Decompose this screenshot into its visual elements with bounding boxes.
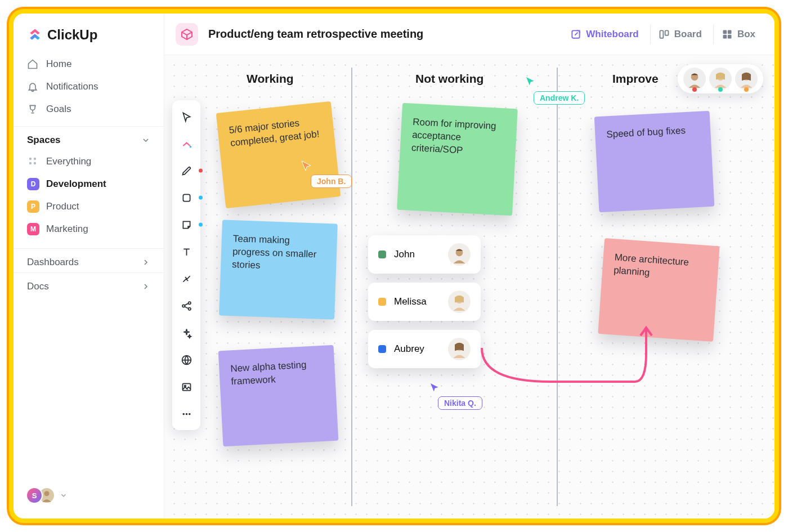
pen-icon <box>181 165 192 177</box>
nav-home[interactable]: Home <box>14 53 164 75</box>
collab-avatar[interactable] <box>735 68 758 90</box>
whiteboard-icon <box>570 29 581 40</box>
sticky-note[interactable]: Speed of bug fixes <box>594 111 715 212</box>
bell-icon <box>27 81 38 92</box>
tool-image[interactable] <box>176 376 197 397</box>
space-badge-icon: P <box>27 200 39 213</box>
svg-rect-6 <box>660 30 663 38</box>
svg-point-21 <box>189 413 191 415</box>
tool-text[interactable] <box>176 241 197 262</box>
svg-point-0 <box>29 158 32 160</box>
sticky-note[interactable]: 5/6 major stories completed, great job! <box>216 101 341 208</box>
user-chip[interactable]: Melissa <box>368 283 481 321</box>
collab-avatar[interactable] <box>709 68 732 90</box>
nav-goals[interactable]: Goals <box>14 98 164 120</box>
svg-rect-9 <box>728 30 732 34</box>
cube-icon <box>180 28 194 41</box>
remote-cursor-label: Andrew K. <box>534 91 585 105</box>
text-icon <box>181 246 192 258</box>
svg-point-1 <box>34 158 36 160</box>
tool-sticky[interactable] <box>176 214 197 235</box>
nav-notifications[interactable]: Notifications <box>14 75 164 98</box>
sticky-note[interactable]: Room for improving acceptance criteria/S… <box>397 103 518 216</box>
tool-clickup-add[interactable] <box>176 133 197 154</box>
column-header-notworking: Not working <box>415 72 483 86</box>
svg-point-20 <box>185 413 187 415</box>
sidebar-item-marketing[interactable]: M Marketing <box>14 218 164 240</box>
sticky-note[interactable]: Team making progress on smaller stories <box>219 220 338 319</box>
spaces-header[interactable]: Spaces <box>14 126 164 150</box>
chip-avatar <box>448 290 471 313</box>
user-chip[interactable]: John <box>368 235 481 274</box>
remote-cursor-icon <box>301 160 313 172</box>
brand-logo[interactable]: ClickUp <box>14 24 164 53</box>
collaborators[interactable] <box>678 64 763 93</box>
page-icon[interactable] <box>176 23 198 46</box>
sidebar-item-everything[interactable]: Everything <box>14 150 164 173</box>
tab-whiteboard[interactable]: Whiteboard <box>562 24 647 44</box>
globe-icon <box>181 354 192 366</box>
section-label: Dashboards <box>27 257 79 268</box>
svg-point-2 <box>29 162 32 164</box>
nav-label: Goals <box>46 104 71 115</box>
chevron-down-icon <box>141 136 150 145</box>
note-text: 5/6 major stories completed, great job! <box>229 118 320 149</box>
chip-name: John <box>394 249 440 260</box>
page-title: Product/eng team retrospective meeting <box>208 28 423 41</box>
section-label: Docs <box>27 281 49 292</box>
tab-label: Box <box>737 29 755 40</box>
tab-box[interactable]: Box <box>713 24 763 44</box>
column-divider <box>557 68 558 506</box>
collab-avatar[interactable] <box>683 68 706 90</box>
sparkle-icon <box>181 327 192 339</box>
tool-more[interactable] <box>176 403 197 424</box>
chip-avatar <box>448 243 471 266</box>
nav-label: Home <box>46 59 71 70</box>
everything-icon <box>27 155 39 168</box>
user-menu[interactable]: S <box>14 480 164 511</box>
docs-header[interactable]: Docs <box>14 272 164 297</box>
user-chip[interactable]: Aubrey <box>368 330 481 368</box>
topbar: Product/eng team retrospective meeting W… <box>164 14 774 55</box>
tab-label: Board <box>674 29 702 40</box>
svg-rect-17 <box>182 383 190 390</box>
tool-web[interactable] <box>176 349 197 370</box>
svg-rect-12 <box>183 194 190 201</box>
tool-mindmap[interactable] <box>176 295 197 316</box>
dashboards-header[interactable]: Dashboards <box>14 248 164 272</box>
board-icon <box>659 29 670 40</box>
tool-connector[interactable] <box>176 268 197 289</box>
sticky-note[interactable]: New alpha testing framework <box>218 345 339 446</box>
svg-rect-8 <box>723 30 727 34</box>
chip-color <box>378 251 386 258</box>
space-label: Marketing <box>46 223 88 235</box>
tool-select[interactable] <box>176 106 197 127</box>
chip-name: Aubrey <box>394 343 440 355</box>
tab-label: Whiteboard <box>586 29 639 40</box>
whiteboard-canvas[interactable]: Working Not working Improve <box>164 55 774 518</box>
sticky-note-icon <box>181 219 192 231</box>
sidebar-item-development[interactable]: D Development <box>14 173 164 195</box>
tool-shape[interactable] <box>176 187 197 208</box>
remote-cursor-icon <box>525 75 537 88</box>
user-avatar: S <box>26 487 43 504</box>
whiteboard-toolbox <box>172 100 200 430</box>
sidebar-item-product[interactable]: P Product <box>14 195 164 218</box>
connector-arrow[interactable] <box>477 320 657 399</box>
svg-point-14 <box>188 302 190 304</box>
section-label: Spaces <box>27 135 61 146</box>
space-label: Product <box>46 201 79 212</box>
remote-cursor-label: John B. <box>311 175 352 188</box>
chevron-down-icon <box>60 491 68 499</box>
nav-label: Notifications <box>46 81 98 92</box>
svg-rect-11 <box>728 34 732 38</box>
main-area: Product/eng team retrospective meeting W… <box>164 14 774 518</box>
svg-rect-10 <box>723 34 727 38</box>
tool-magic[interactable] <box>176 322 197 343</box>
box-icon <box>722 29 733 40</box>
chip-avatar <box>448 338 471 360</box>
svg-point-19 <box>182 413 185 415</box>
tab-board[interactable]: Board <box>650 24 710 44</box>
column-divider <box>351 68 352 506</box>
tool-pen[interactable] <box>176 160 197 181</box>
